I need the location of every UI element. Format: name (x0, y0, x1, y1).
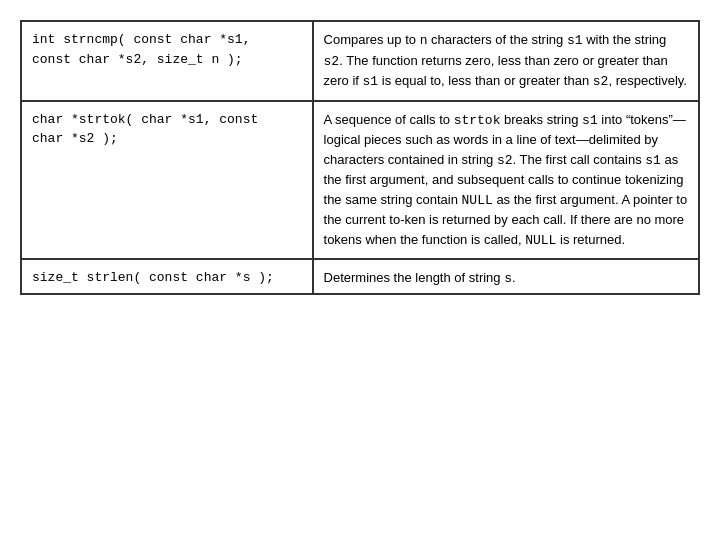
code-s1-strtok: s1 (582, 113, 598, 128)
code-cell-strlen: size_t strlen( const char *s ); (21, 259, 313, 294)
code-s-strlen: s (504, 271, 512, 286)
code-s1-2: s1 (363, 74, 379, 89)
code-s2-2: s2 (593, 74, 609, 89)
desc-cell-strncmp: Compares up to n characters of the strin… (313, 21, 699, 101)
table-row: size_t strlen( const char *s ); Determin… (21, 259, 699, 294)
code-s1: s1 (567, 33, 583, 48)
desc-cell-strlen: Determines the length of string s. (313, 259, 699, 294)
code-strtok: strtok (454, 113, 501, 128)
code-n: n (420, 33, 428, 48)
code-s2-strtok: s2 (497, 153, 513, 168)
code-null: NULL (462, 193, 493, 208)
code-s1-strtok2: s1 (645, 153, 661, 168)
code-cell-strncmp: int strncmp( const char *s1, const char … (21, 21, 313, 101)
table-row: char *strtok( char *s1, const char *s2 )… (21, 101, 699, 260)
code-cell-strtok: char *strtok( char *s1, const char *s2 )… (21, 101, 313, 260)
code-s2: s2 (324, 54, 340, 69)
reference-table: int strncmp( const char *s1, const char … (20, 20, 700, 295)
table-row: int strncmp( const char *s1, const char … (21, 21, 699, 101)
code-null2: NULL (525, 233, 556, 248)
main-table-container: int strncmp( const char *s1, const char … (20, 20, 700, 295)
desc-cell-strtok: A sequence of calls to strtok breaks str… (313, 101, 699, 260)
